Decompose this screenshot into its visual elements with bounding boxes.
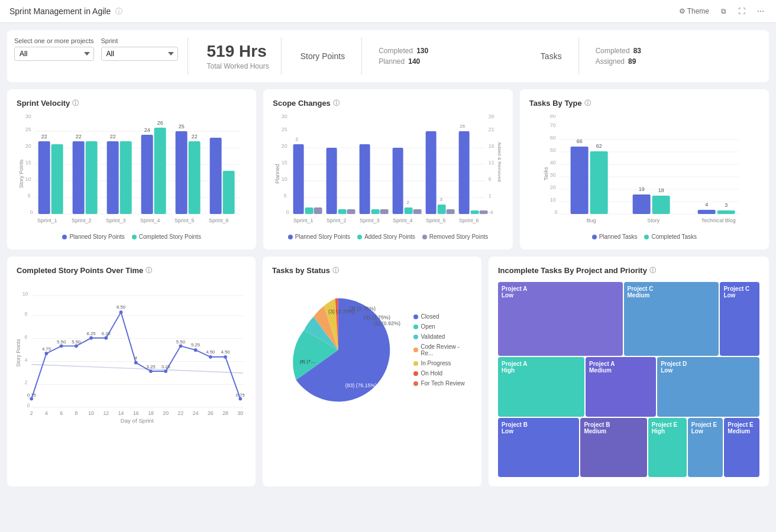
svg-text:5: 5	[284, 193, 287, 199]
svg-text:2: 2	[296, 137, 299, 142]
svg-text:0.75: 0.75	[236, 392, 245, 398]
treemap-project-e-medium: Project EMedium	[724, 418, 759, 477]
svg-text:30: 30	[549, 172, 555, 178]
svg-text:70: 70	[549, 122, 555, 128]
tasks-completed-label: Completed	[596, 47, 630, 55]
tasks-by-type-svg: 0 10 20 30 40 50 60 70 80 66 6	[529, 115, 759, 227]
svg-text:20: 20	[163, 410, 169, 416]
treemap-project-b-medium: Project BMedium	[580, 418, 646, 477]
svg-text:(8) (7....: (8) (7....	[300, 359, 316, 364]
svg-point-147	[134, 361, 138, 365]
svg-text:4: 4	[135, 355, 138, 361]
svg-text:Sprint_4: Sprint_4	[393, 218, 413, 223]
scope-changes-chart-wrap: 0 5 10 15 20 25 30 -4 1 6 11 16 21 26	[273, 115, 503, 229]
divider2	[578, 37, 579, 75]
svg-rect-109	[652, 196, 670, 214]
incomplete-tasks-card: Incomplete Tasks By Project and Priority…	[489, 257, 769, 486]
svg-rect-69	[405, 207, 413, 214]
svg-text:10: 10	[88, 410, 94, 416]
svg-text:6: 6	[25, 334, 28, 340]
svg-text:Story: Story	[647, 218, 660, 223]
scope-changes-info: ⓘ	[333, 99, 340, 108]
tasks-assigned-row: Assigned 89	[596, 57, 641, 66]
svg-text:4: 4	[25, 357, 28, 363]
treemap-project-e-high: Project EHigh	[648, 418, 687, 477]
svg-rect-17	[86, 141, 98, 214]
sp-planned-val: 140	[408, 57, 420, 66]
svg-text:8.50: 8.50	[117, 304, 125, 310]
svg-text:Added & Removed: Added & Removed	[497, 142, 502, 181]
svg-line-132	[31, 364, 243, 373]
sp-completed-label: Completed	[379, 47, 413, 55]
sprint-select[interactable]: All	[101, 47, 178, 61]
svg-text:62: 62	[596, 143, 602, 149]
svg-text:30: 30	[25, 115, 31, 119]
expand-icon[interactable]: ⛶	[736, 5, 748, 18]
treemap-project-d-low: Project DLow	[657, 357, 759, 416]
story-points-metric: Story Points Completed 130 Planned 140	[289, 37, 522, 75]
svg-text:5: 5	[28, 193, 31, 199]
legend-added-sc: Added Story Points	[357, 233, 415, 240]
story-points-title: Story Points	[300, 51, 345, 61]
svg-rect-104	[570, 147, 588, 214]
svg-point-137	[60, 344, 63, 348]
legend-in-progress: In Progress	[413, 360, 472, 366]
svg-text:8: 8	[25, 311, 28, 317]
svg-text:21: 21	[489, 126, 494, 132]
more-icon[interactable]: ⋯	[755, 5, 767, 18]
theme-icon[interactable]: ⚙ Theme	[677, 5, 712, 18]
topbar: Sprint Management in Agile ⓘ ⚙ Theme ⧉ ⛶…	[0, 0, 776, 23]
svg-rect-26	[176, 131, 187, 214]
dashboard: Select one or more projects All Sprint A…	[0, 23, 776, 494]
treemap-project-e-low: Project ELow	[688, 418, 723, 477]
svg-text:10: 10	[25, 176, 31, 182]
hours-metric: 519 Hrs Total Worked Hours	[195, 37, 282, 75]
tasks-by-type-legend: Planned Tasks Completed Tasks	[529, 233, 759, 240]
svg-text:40: 40	[549, 160, 555, 166]
svg-text:Sprint_3: Sprint_3	[360, 218, 380, 223]
svg-rect-77	[471, 210, 479, 214]
hours-label: Total Worked Hours	[207, 62, 269, 70]
svg-text:25: 25	[25, 126, 31, 132]
svg-text:80: 80	[549, 115, 555, 119]
svg-text:2: 2	[407, 200, 410, 205]
legend-completed-tasks: Completed Tasks	[644, 233, 697, 240]
treemap-project-a-medium: Project AMedium	[586, 357, 656, 416]
svg-text:6.25: 6.25	[102, 331, 111, 336]
tasks-by-status-title: Tasks by Status ⓘ	[272, 266, 472, 275]
spt-info: ⓘ	[146, 266, 152, 275]
sp-completed-val: 130	[416, 47, 428, 55]
svg-text:10: 10	[22, 291, 28, 297]
legend-planned-sp: Planned Story Points	[62, 233, 124, 240]
svg-text:24: 24	[144, 127, 150, 133]
svg-text:11: 11	[489, 160, 494, 166]
svg-text:1: 1	[489, 193, 492, 199]
incomplete-tasks-title: Incomplete Tasks By Project and Priority…	[498, 266, 759, 275]
svg-text:22: 22	[110, 134, 116, 140]
svg-text:22: 22	[178, 410, 184, 416]
svg-rect-68	[393, 148, 403, 214]
svg-text:Sprint_5: Sprint_5	[426, 218, 446, 223]
svg-rect-112	[697, 210, 715, 214]
svg-rect-30	[210, 138, 222, 214]
svg-text:Sprint_5: Sprint_5	[174, 218, 195, 223]
copy-icon[interactable]: ⧉	[719, 5, 729, 18]
project-select[interactable]: All	[14, 47, 94, 61]
scope-changes-legend: Planned Story Points Added Story Points …	[273, 233, 503, 240]
pie-section: (83) (76.15%) (8) (7.... Closed Open	[272, 282, 472, 418]
svg-text:0: 0	[30, 209, 33, 215]
legend-planned-tasks: Planned Tasks	[592, 233, 638, 240]
svg-rect-76	[459, 131, 470, 214]
scope-changes-title: Scope Changes ⓘ	[273, 99, 503, 108]
svg-text:5.25: 5.25	[191, 342, 200, 348]
svg-text:0.75: 0.75	[27, 392, 36, 398]
svg-rect-16	[73, 141, 85, 214]
svg-text:0: 0	[27, 403, 30, 408]
tasks-values: Completed 83 Assigned 89	[584, 47, 641, 66]
svg-point-155	[194, 348, 198, 352]
svg-rect-108	[632, 194, 650, 214]
svg-rect-60	[314, 207, 322, 214]
treemap-row-1: Project ALow Project CMedium Project CLo…	[498, 282, 759, 356]
svg-point-143	[104, 336, 108, 340]
svg-text:Bug: Bug	[586, 218, 596, 223]
